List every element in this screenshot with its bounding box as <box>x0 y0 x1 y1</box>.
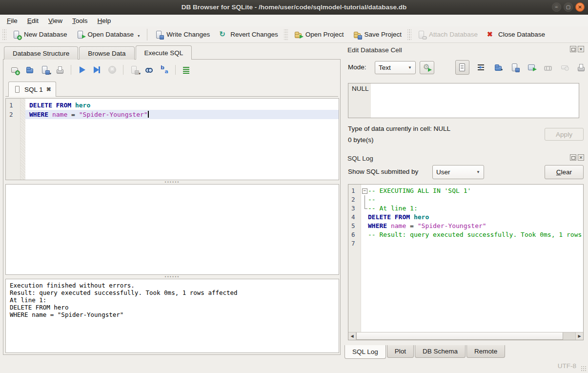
execute-all-button[interactable] <box>76 63 88 76</box>
new-database-button[interactable]: New Database <box>8 28 72 41</box>
log-filter-select[interactable]: User ▼ <box>432 165 484 179</box>
export-results-button[interactable]: ▾ <box>128 63 141 76</box>
app-window: DB Browser for SQLite - /home/user/code/… <box>0 0 588 373</box>
save-sql-file-button[interactable]: ▾ <box>39 63 51 76</box>
close-dock-icon[interactable] <box>578 154 584 161</box>
word-wrap-button[interactable] <box>477 62 486 72</box>
print-button[interactable] <box>54 63 66 76</box>
log-line <box>368 239 583 248</box>
stop-button[interactable] <box>106 63 119 76</box>
scroll-right-icon[interactable]: ▶ <box>575 332 583 340</box>
tab-close-icon[interactable]: ✖ <box>45 86 51 93</box>
tab-sql-log[interactable]: SQL Log <box>345 345 386 359</box>
sql-log-view[interactable]: 1234567 -- EXECUTING ALL IN 'SQL 1'---- … <box>348 184 584 340</box>
clear-button-label: Clear <box>556 168 572 176</box>
sql-token: "Spider-Youngster" <box>79 111 148 118</box>
editor-line[interactable]: WHERE name = "Spider-Youngster" <box>25 110 339 119</box>
maximize-button[interactable]: ▢ <box>564 2 573 12</box>
mode-label: Mode: <box>348 63 366 71</box>
tab-browse-data[interactable]: Browse Data <box>79 46 134 60</box>
save-project-button[interactable]: Save Project <box>348 28 406 41</box>
close-database-icon <box>487 30 495 39</box>
fold-marker[interactable] <box>361 186 368 195</box>
window-title: DB Browser for SQLite - /home/user/code/… <box>182 3 406 11</box>
export-results-icon <box>130 65 139 74</box>
cell-value-editor[interactable]: NULL <box>348 83 579 118</box>
close-button[interactable]: ✕ <box>575 2 585 12</box>
menu-tools[interactable]: Tools <box>67 16 93 26</box>
execution-message-pane[interactable]: Execution finished without errors.Result… <box>5 279 339 353</box>
message-line: WHERE name = "Spider-Youngster" <box>10 311 335 318</box>
new-sql-tab-button[interactable] <box>8 63 21 76</box>
open-in-external-button[interactable] <box>527 62 536 72</box>
dropdown-caret-icon[interactable]: ▾ <box>138 34 140 39</box>
tab-database-structure[interactable]: Database Structure <box>4 46 78 60</box>
log-code-area: -- EXECUTING ALL IN 'SQL 1'---- At line … <box>368 185 583 332</box>
message-line: DELETE FROM hero <box>10 304 335 311</box>
print-cell-button[interactable] <box>577 62 586 72</box>
write-changes-button[interactable]: Write Changes <box>150 28 214 41</box>
revert-changes-button[interactable]: Revert Changes <box>214 28 283 41</box>
menu-edit[interactable]: Edit <box>22 16 43 26</box>
menu-help[interactable]: Help <box>93 16 116 26</box>
link-button[interactable] <box>544 62 553 72</box>
cell-toolbar: ▾ <box>455 59 586 76</box>
text-mode-button[interactable] <box>455 60 469 75</box>
chevron-down-icon: ▼ <box>408 65 412 70</box>
new-sql-tab-icon <box>10 65 19 74</box>
new-database-icon <box>12 30 21 39</box>
import-cell-button[interactable]: ▾ <box>493 62 503 72</box>
apply-button[interactable]: Apply <box>545 128 584 141</box>
scroll-left-icon[interactable]: ◀ <box>348 332 356 340</box>
tab-remote[interactable]: Remote <box>466 345 505 358</box>
close-database-label: Close Database <box>498 31 545 38</box>
attach-database-button[interactable]: Attach Database <box>413 28 482 41</box>
gear-icon <box>423 63 431 72</box>
log-line: -- At line 1: <box>368 204 583 213</box>
set-null-icon <box>560 63 569 72</box>
log-horizontal-scrollbar[interactable]: ◀ ▶ <box>348 332 583 340</box>
export-cell-button[interactable] <box>510 62 519 72</box>
editor-line[interactable]: DELETE FROM hero <box>25 101 339 110</box>
message-line: Execution finished without errors. <box>10 282 335 289</box>
attach-database-icon <box>417 30 426 39</box>
sql-log-dock-header: SQL Log <box>344 153 586 163</box>
line-number: 1 <box>351 186 361 195</box>
sql-file-tab[interactable]: SQL 1 ✖ <box>8 82 56 97</box>
open-sql-file-button[interactable] <box>23 63 36 76</box>
execute-current-line-button[interactable] <box>91 63 103 76</box>
open-database-button[interactable]: Open Database▾ <box>72 28 144 41</box>
tab-execute-sql[interactable]: Execute SQL <box>136 45 192 60</box>
chevron-down-icon: ▼ <box>476 170 480 174</box>
tab-db-schema[interactable]: DB Schema <box>415 345 466 358</box>
sql-editor-toolbar: ▾▾ <box>8 63 193 76</box>
encoding-indicator[interactable]: UTF-8 <box>558 362 576 370</box>
editor-code-area[interactable]: DELETE FROM heroWHERE name = "Spider-You… <box>25 99 339 180</box>
scrollbar-thumb[interactable] <box>356 332 563 340</box>
sql-token: "Spider-Youngster" <box>418 222 487 229</box>
set-null-button[interactable] <box>560 62 569 72</box>
find-replace-button[interactable] <box>158 63 171 76</box>
close-database-button[interactable]: Close Database <box>482 28 549 41</box>
open-project-button[interactable]: Open Project <box>289 28 348 41</box>
auto-switch-mode-button[interactable] <box>420 61 434 74</box>
menu-view[interactable]: View <box>43 16 67 26</box>
mode-select[interactable]: Text ▼ <box>375 61 416 74</box>
cell-type-info: Type of data currently in cell: NULL <box>348 125 450 132</box>
find-button[interactable] <box>143 63 156 76</box>
splitter-handle[interactable]: •••••• <box>5 275 339 279</box>
log-fold-margin[interactable] <box>361 185 368 332</box>
resize-grip[interactable] <box>581 366 587 372</box>
log-line: -- Result: query executed successfully. … <box>368 230 583 239</box>
sql-editor[interactable]: 12 DELETE FROM heroWHERE name = "Spider-… <box>5 98 339 180</box>
menu-file[interactable]: File <box>2 16 22 26</box>
tab-plot[interactable]: Plot <box>387 345 414 358</box>
float-dock-icon[interactable] <box>570 46 576 52</box>
auto-format-button[interactable] <box>180 63 193 76</box>
close-dock-icon[interactable] <box>578 46 584 52</box>
minimize-button[interactable]: − <box>552 2 561 12</box>
float-dock-icon[interactable] <box>570 154 576 161</box>
splitter-handle[interactable]: •••••• <box>5 180 339 184</box>
clear-log-button[interactable]: Clear <box>545 165 584 179</box>
main-tab-bar: Database StructureBrowse DataExecute SQL <box>4 45 193 60</box>
